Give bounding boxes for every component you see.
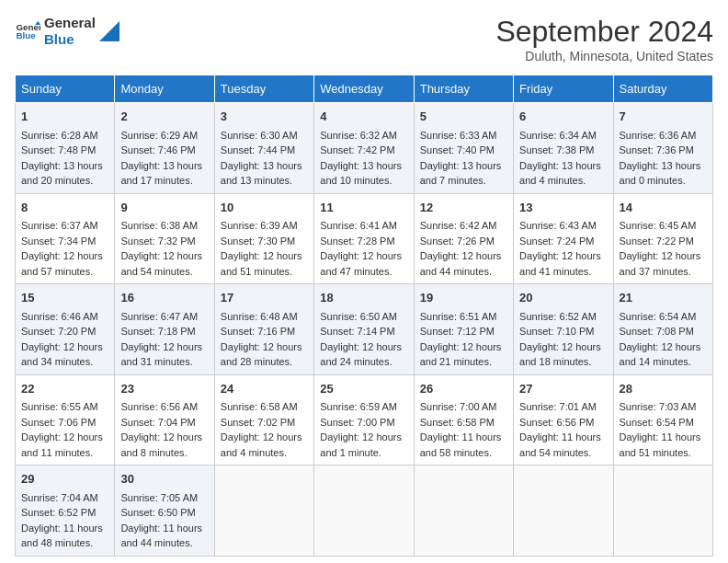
day-number: 18 (320, 289, 407, 307)
day-number: 19 (420, 289, 507, 307)
day-number: 7 (620, 108, 707, 126)
calendar-cell: 9Sunrise: 6:38 AMSunset: 7:32 PMDaylight… (115, 193, 214, 284)
day-number: 9 (120, 199, 208, 217)
svg-marker-3 (99, 21, 119, 41)
day-number: 26 (420, 380, 507, 398)
svg-text:Blue: Blue (16, 30, 36, 40)
day-number: 5 (420, 108, 507, 126)
day-number: 3 (221, 108, 308, 126)
calendar-cell: 1Sunrise: 6:28 AMSunset: 7:48 PMDaylight… (16, 103, 115, 194)
day-number: 1 (21, 108, 108, 126)
calendar-cell: 14Sunrise: 6:45 AMSunset: 7:22 PMDayligh… (613, 193, 712, 284)
calendar-cell: 8Sunrise: 6:37 AMSunset: 7:34 PMDaylight… (16, 193, 115, 284)
logo: General Blue General Blue (15, 15, 119, 48)
day-number: 11 (320, 199, 407, 217)
calendar-cell (514, 465, 613, 557)
logo-icon: General Blue (15, 18, 40, 44)
week-row-2: 8Sunrise: 6:37 AMSunset: 7:34 PMDaylight… (16, 193, 713, 284)
day-header-monday: Monday (115, 75, 214, 103)
calendar-cell: 29Sunrise: 7:04 AMSunset: 6:52 PMDayligh… (16, 465, 115, 557)
day-number: 28 (620, 380, 707, 398)
calendar-cell: 25Sunrise: 6:59 AMSunset: 7:00 PMDayligh… (314, 374, 414, 465)
header: General Blue General Blue September 2024… (15, 15, 713, 63)
calendar-cell: 4Sunrise: 6:32 AMSunset: 7:42 PMDaylight… (314, 103, 414, 194)
day-number: 16 (120, 289, 208, 307)
logo-blue: Blue (44, 31, 96, 48)
day-number: 20 (519, 289, 607, 307)
day-header-tuesday: Tuesday (214, 75, 313, 103)
day-number: 23 (120, 380, 208, 398)
calendar-cell: 18Sunrise: 6:50 AMSunset: 7:14 PMDayligh… (314, 284, 414, 375)
day-number: 12 (420, 199, 507, 217)
day-number: 10 (221, 199, 308, 217)
day-number: 25 (320, 380, 407, 398)
calendar-cell: 23Sunrise: 6:56 AMSunset: 7:04 PMDayligh… (115, 374, 214, 465)
calendar-cell: 16Sunrise: 6:47 AMSunset: 7:18 PMDayligh… (115, 284, 214, 375)
calendar-cell: 30Sunrise: 7:05 AMSunset: 6:50 PMDayligh… (115, 465, 214, 557)
day-number: 17 (221, 289, 308, 307)
calendar-cell: 2Sunrise: 6:29 AMSunset: 7:46 PMDaylight… (115, 103, 214, 194)
calendar-cell: 17Sunrise: 6:48 AMSunset: 7:16 PMDayligh… (214, 284, 313, 375)
location: Duluth, Minnesota, United States (495, 49, 713, 63)
calendar-cell (613, 465, 712, 557)
calendar-cell: 6Sunrise: 6:34 AMSunset: 7:38 PMDaylight… (514, 103, 613, 194)
day-number: 27 (519, 380, 607, 398)
calendar-cell: 5Sunrise: 6:33 AMSunset: 7:40 PMDaylight… (414, 103, 513, 194)
week-row-1: 1Sunrise: 6:28 AMSunset: 7:48 PMDaylight… (16, 103, 713, 194)
day-number: 4 (320, 108, 407, 126)
calendar-cell (214, 465, 313, 557)
days-header-row: SundayMondayTuesdayWednesdayThursdayFrid… (16, 75, 713, 103)
calendar-table: SundayMondayTuesdayWednesdayThursdayFrid… (15, 75, 713, 557)
calendar-cell: 21Sunrise: 6:54 AMSunset: 7:08 PMDayligh… (613, 284, 712, 375)
day-header-sunday: Sunday (16, 75, 115, 103)
calendar-cell: 3Sunrise: 6:30 AMSunset: 7:44 PMDaylight… (214, 103, 313, 194)
week-row-3: 15Sunrise: 6:46 AMSunset: 7:20 PMDayligh… (16, 284, 713, 375)
calendar-cell: 10Sunrise: 6:39 AMSunset: 7:30 PMDayligh… (214, 193, 313, 284)
day-header-friday: Friday (514, 75, 613, 103)
calendar-cell: 7Sunrise: 6:36 AMSunset: 7:36 PMDaylight… (613, 103, 712, 194)
day-number: 15 (21, 289, 108, 307)
calendar-cell (314, 465, 414, 557)
calendar-cell: 19Sunrise: 6:51 AMSunset: 7:12 PMDayligh… (414, 284, 513, 375)
day-header-wednesday: Wednesday (314, 75, 414, 103)
calendar-cell: 13Sunrise: 6:43 AMSunset: 7:24 PMDayligh… (514, 193, 613, 284)
calendar-cell: 11Sunrise: 6:41 AMSunset: 7:28 PMDayligh… (314, 193, 414, 284)
calendar-cell: 24Sunrise: 6:58 AMSunset: 7:02 PMDayligh… (214, 374, 313, 465)
day-header-thursday: Thursday (414, 75, 513, 103)
day-number: 21 (620, 289, 707, 307)
calendar-cell: 27Sunrise: 7:01 AMSunset: 6:56 PMDayligh… (514, 374, 613, 465)
day-number: 8 (21, 199, 108, 217)
day-header-saturday: Saturday (613, 75, 712, 103)
calendar-cell: 26Sunrise: 7:00 AMSunset: 6:58 PMDayligh… (414, 374, 513, 465)
day-number: 2 (120, 108, 208, 126)
calendar-cell (414, 465, 513, 557)
month-title: September 2024 (495, 15, 713, 49)
calendar-cell: 15Sunrise: 6:46 AMSunset: 7:20 PMDayligh… (16, 284, 115, 375)
day-number: 24 (221, 380, 308, 398)
week-row-4: 22Sunrise: 6:55 AMSunset: 7:06 PMDayligh… (16, 374, 713, 465)
title-area: September 2024 Duluth, Minnesota, United… (495, 15, 713, 63)
calendar-cell: 20Sunrise: 6:52 AMSunset: 7:10 PMDayligh… (514, 284, 613, 375)
calendar-cell: 28Sunrise: 7:03 AMSunset: 6:54 PMDayligh… (613, 374, 712, 465)
day-number: 29 (21, 470, 108, 488)
calendar-cell: 12Sunrise: 6:42 AMSunset: 7:26 PMDayligh… (414, 193, 513, 284)
day-number: 13 (519, 199, 607, 217)
logo-triangle-icon (99, 21, 119, 41)
day-number: 30 (120, 470, 208, 488)
logo-general: General (44, 15, 96, 31)
day-number: 14 (620, 199, 707, 217)
day-number: 6 (519, 108, 607, 126)
calendar-cell: 22Sunrise: 6:55 AMSunset: 7:06 PMDayligh… (16, 374, 115, 465)
day-number: 22 (21, 380, 108, 398)
week-row-5: 29Sunrise: 7:04 AMSunset: 6:52 PMDayligh… (16, 465, 713, 557)
